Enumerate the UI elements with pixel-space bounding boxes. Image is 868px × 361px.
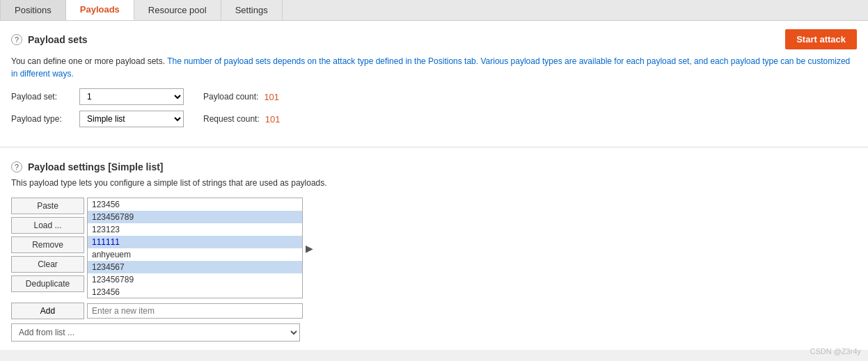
- tab-resource-pool[interactable]: Resource pool: [134, 0, 221, 20]
- scroll-right-arrow[interactable]: ▶: [303, 198, 316, 298]
- list-item[interactable]: 123123: [88, 223, 302, 236]
- payload-set-select[interactable]: 1: [79, 88, 184, 105]
- add-row: Add: [11, 303, 857, 319]
- section-divider: [0, 147, 868, 147]
- list-item[interactable]: 123456789: [88, 211, 302, 223]
- tab-settings[interactable]: Settings: [221, 0, 283, 20]
- payload-type-row: Payload type: Simple list Request count:…: [11, 111, 857, 127]
- payload-count-label: Payload count:: [203, 92, 258, 102]
- request-count-label: Request count:: [203, 114, 260, 124]
- help-icon[interactable]: ?: [11, 34, 22, 45]
- payload-count-value: 101: [264, 92, 279, 102]
- list-item[interactable]: 123456: [88, 198, 302, 211]
- payload-settings-description: This payload type lets you configure a s…: [11, 177, 857, 189]
- list-item[interactable]: 123456789: [88, 273, 302, 286]
- add-button[interactable]: Add: [11, 303, 84, 319]
- payload-list-container: Paste Load ... Remove Clear Deduplicate …: [11, 198, 857, 298]
- remove-button[interactable]: Remove: [11, 236, 84, 253]
- list-item[interactable]: 123456: [88, 286, 302, 298]
- watermark: CSDN @Z3r4y: [810, 347, 861, 355]
- payload-list[interactable]: 123456 123456789 123123 111111 anhyeuem …: [87, 198, 303, 298]
- tab-positions[interactable]: Positions: [0, 0, 66, 20]
- request-count-value: 101: [265, 114, 281, 125]
- load-button[interactable]: Load ...: [11, 217, 84, 234]
- deduplicate-button[interactable]: Deduplicate: [11, 275, 84, 292]
- main-content: ? Payload sets Start attack You can defi…: [0, 21, 868, 350]
- payload-sets-description: You can define one or more payload sets.…: [11, 55, 857, 80]
- add-from-list-row: Add from list ...: [11, 323, 857, 342]
- start-attack-button[interactable]: Start attack: [785, 29, 857, 49]
- add-item-input[interactable]: [87, 303, 303, 319]
- tab-payloads[interactable]: Payloads: [66, 0, 134, 20]
- payload-set-label: Payload set:: [11, 92, 74, 102]
- payload-sets-header: ? Payload sets Start attack: [11, 29, 857, 49]
- list-area: 123456 123456789 123123 111111 anhyeuem …: [87, 198, 316, 298]
- description-part1: You can define one or more payload sets.: [11, 56, 167, 66]
- help-icon-settings[interactable]: ?: [11, 161, 22, 173]
- list-item[interactable]: 1234567: [88, 261, 302, 273]
- clear-button[interactable]: Clear: [11, 256, 84, 273]
- payload-sets-section: ? Payload sets Start attack You can defi…: [0, 21, 868, 141]
- payload-buttons: Paste Load ... Remove Clear Deduplicate: [11, 198, 84, 292]
- paste-button[interactable]: Paste: [11, 198, 84, 214]
- payload-type-select[interactable]: Simple list: [79, 111, 184, 127]
- payload-settings-title-row: ? Payload settings [Simple list]: [11, 161, 857, 173]
- payload-sets-title: Payload sets: [28, 34, 88, 45]
- section-title-row: ? Payload sets: [11, 34, 88, 45]
- list-item[interactable]: anhyeuem: [88, 248, 302, 261]
- payload-set-row: Payload set: 1 Payload count: 101: [11, 88, 857, 105]
- payload-settings-section: ? Payload settings [Simple list] This pa…: [0, 153, 868, 350]
- payload-settings-title: Payload settings [Simple list]: [28, 161, 164, 173]
- list-item[interactable]: 111111: [88, 236, 302, 248]
- tab-bar: Positions Payloads Resource pool Setting…: [0, 0, 868, 21]
- add-from-list-select[interactable]: Add from list ...: [11, 323, 300, 342]
- payload-type-label: Payload type:: [11, 114, 74, 124]
